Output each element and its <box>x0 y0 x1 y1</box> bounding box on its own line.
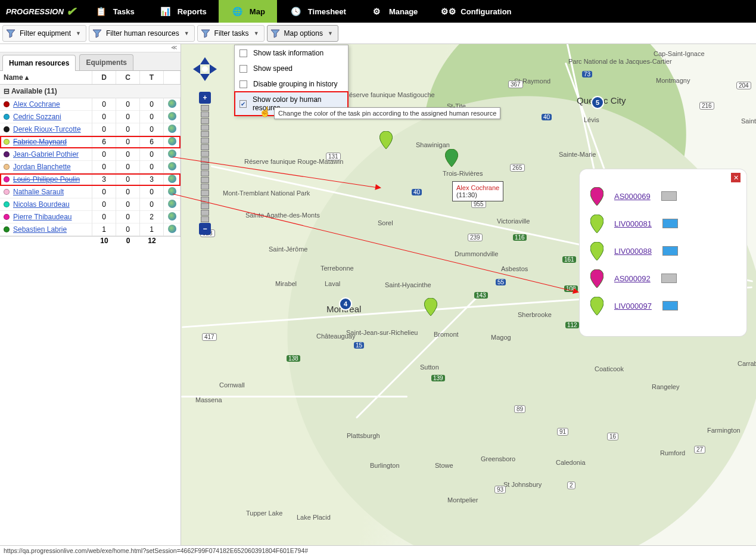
nav-manage[interactable]: ⚙Manage <box>358 0 430 23</box>
hr-link[interactable]: Louis-Philippe Poulin <box>13 175 80 184</box>
legend-link[interactable]: LIV000097 <box>614 302 652 310</box>
hr-row[interactable]: Nathalie Sarault000 <box>0 186 181 198</box>
filter-icon <box>200 28 211 39</box>
globe-icon[interactable] <box>168 137 176 145</box>
hr-row[interactable]: Sebastien Labrie101 <box>0 223 181 236</box>
hr-row[interactable]: Jean-Gabriel Pothier000 <box>0 148 181 161</box>
hr-row[interactable]: Jordan Blanchette000 <box>0 161 181 173</box>
map-cluster[interactable]: 4 <box>339 297 352 310</box>
nav-timesheet[interactable]: 🕓Timesheet <box>277 0 358 23</box>
toolbar-label: Map options <box>284 29 323 38</box>
toolbar-filter-tasks[interactable]: Filter tasks▼ <box>197 25 265 42</box>
collapse-handle[interactable]: ≪ <box>0 44 181 52</box>
hr-row[interactable]: Cedric Sozzani000 <box>0 111 181 123</box>
tab-human-resources[interactable]: Human resources <box>2 55 76 71</box>
menu-item-show-speed[interactable]: Show speed <box>235 61 348 76</box>
globe-icon[interactable] <box>168 150 176 158</box>
globe-icon[interactable] <box>168 100 176 108</box>
city-label: Asbestos <box>501 265 528 272</box>
hr-link[interactable]: Fabrice Maynard <box>13 138 67 146</box>
hr-link[interactable]: Nicolas Bourdeau <box>13 200 70 209</box>
main: ≪ Human resources Equipments Name ▴ D C … <box>0 44 756 545</box>
city-label: Shawinigan <box>416 141 450 148</box>
city-label: Montpelier <box>447 496 478 504</box>
map-pan-control[interactable] <box>192 56 218 82</box>
map-pin[interactable] <box>424 298 437 316</box>
globe-icon[interactable] <box>168 112 176 120</box>
col-d[interactable]: D <box>92 71 116 84</box>
globe-icon[interactable] <box>168 125 176 133</box>
map-pin[interactable] <box>445 149 458 167</box>
city-label: Mirabel <box>275 280 297 287</box>
hr-row[interactable]: Alex Cochrane000 <box>0 98 181 111</box>
col-name[interactable]: Name ▴ <box>0 71 92 84</box>
menu-item-label: Show task information <box>253 49 323 57</box>
globe-icon[interactable] <box>168 200 176 208</box>
globe-icon[interactable] <box>168 212 176 220</box>
col-c[interactable]: C <box>116 71 140 84</box>
col-t[interactable]: T <box>140 71 164 84</box>
status-bar: https://qa.progressionlive.com/web/exe/h… <box>0 545 756 556</box>
map-pin-tooltip: Alex Cochrane (11:30) <box>452 181 503 201</box>
road-shield: 139 <box>431 375 445 381</box>
menu-item-disable-grouping-in-history[interactable]: Disable grouping in history <box>235 76 348 92</box>
road-shield: 93 <box>494 486 506 493</box>
road-shield: 2 <box>567 482 575 489</box>
map-zoom-control[interactable]: + − <box>199 92 211 236</box>
toolbar-map-options[interactable]: Map options▼ <box>267 25 338 42</box>
checkbox-icon <box>239 80 247 88</box>
map-canvas[interactable]: Quebec CityMontrealLévisTrois-RivièresSh… <box>181 44 756 545</box>
globe-icon[interactable] <box>168 175 176 183</box>
legend-link[interactable]: AS000092 <box>614 274 651 283</box>
chevron-down-icon: ▼ <box>76 30 81 36</box>
legend-link[interactable]: AS000069 <box>614 192 651 201</box>
legend-link[interactable]: LIV000088 <box>614 247 652 256</box>
nav-configuration[interactable]: ⚙⚙Configuration <box>430 0 523 23</box>
legend-close-button[interactable]: ✕ <box>731 173 741 182</box>
hr-row[interactable]: Fabrice Maynard606 <box>0 136 181 148</box>
filter-icon <box>5 28 16 39</box>
hr-row[interactable]: Pierre Thibaudeau002 <box>0 211 181 223</box>
hr-link[interactable]: Nathalie Sarault <box>13 188 64 196</box>
menu-item-show-task-information[interactable]: Show task information <box>235 45 348 61</box>
nav-reports[interactable]: 📊Reports <box>147 0 219 23</box>
hr-link[interactable]: Cedric Sozzani <box>13 113 61 121</box>
city-label: Saint-Hyacinthe <box>385 281 431 288</box>
hr-row[interactable]: Nicolas Bourdeau000 <box>0 198 181 211</box>
city-label: Burlington <box>370 462 400 469</box>
legend-pin-icon <box>590 215 603 232</box>
toolbar-filter-equipment[interactable]: Filter equipment▼ <box>2 25 86 42</box>
col-actions <box>164 71 181 84</box>
hr-link[interactable]: Alex Cochrane <box>13 100 60 108</box>
legend-row: AS000069 <box>590 187 736 205</box>
nav-map[interactable]: 🌐Map <box>219 0 277 23</box>
hr-link[interactable]: Jean-Gabriel Pothier <box>13 150 79 159</box>
globe-icon: 🌐 <box>231 4 245 18</box>
color-dot <box>4 189 10 195</box>
road-shield: 204 <box>736 82 751 89</box>
city-label: Plattsburgh <box>347 432 380 439</box>
city-label: Farmington <box>707 427 741 434</box>
hr-row[interactable]: Louis-Philippe Poulin303 <box>0 173 181 186</box>
map-cluster[interactable]: 5 <box>591 96 604 109</box>
hr-link[interactable]: Derek Rioux-Turcotte <box>13 125 81 133</box>
nav-label: Timesheet <box>308 7 346 16</box>
zoom-out-button[interactable]: − <box>199 223 211 235</box>
hr-link[interactable]: Jordan Blanchette <box>13 163 71 171</box>
city-label: Tupper Lake <box>246 510 282 517</box>
grid-section[interactable]: ⊟ Available (11) <box>0 85 181 98</box>
globe-icon[interactable] <box>168 225 176 233</box>
toolbar-filter-human-resources[interactable]: Filter human resources▼ <box>89 25 195 42</box>
map-pin[interactable] <box>379 131 393 149</box>
hr-link[interactable]: Pierre Thibaudeau <box>13 213 72 221</box>
hr-link[interactable]: Sebastien Labrie <box>13 225 67 234</box>
road-shield: 16 <box>607 433 618 440</box>
zoom-track[interactable] <box>201 105 209 222</box>
hr-row[interactable]: Derek Rioux-Turcotte000 <box>0 123 181 136</box>
legend-link[interactable]: LIV000081 <box>614 219 652 228</box>
city-label: Montmagny <box>656 77 690 84</box>
tab-equipments[interactable]: Equipments <box>79 54 133 70</box>
nav-tasks[interactable]: 📋Tasks <box>82 0 147 23</box>
zoom-in-button[interactable]: + <box>199 92 211 104</box>
globe-icon[interactable] <box>168 162 176 170</box>
